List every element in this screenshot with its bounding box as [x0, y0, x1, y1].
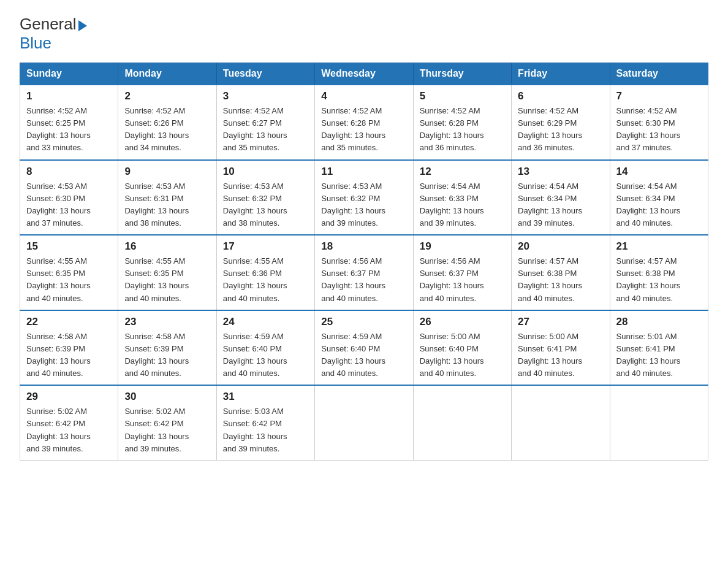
day-info: Sunrise: 4:53 AMSunset: 6:31 PMDaylight:…: [124, 180, 210, 230]
day-number: 25: [321, 316, 406, 328]
day-info: Sunrise: 4:56 AMSunset: 6:37 PMDaylight:…: [420, 255, 505, 305]
day-info: Sunrise: 4:54 AMSunset: 6:34 PMDaylight:…: [518, 180, 603, 230]
day-info: Sunrise: 4:55 AMSunset: 6:35 PMDaylight:…: [26, 255, 112, 305]
day-number: 8: [26, 166, 112, 178]
day-number: 5: [420, 90, 505, 102]
day-info: Sunrise: 5:02 AMSunset: 6:42 PMDaylight:…: [26, 405, 112, 455]
day-info: Sunrise: 4:52 AMSunset: 6:28 PMDaylight:…: [420, 105, 505, 155]
calendar-table: SundayMondayTuesdayWednesdayThursdayFrid…: [20, 63, 708, 461]
calendar-cell: [413, 385, 511, 460]
calendar-cell: 26 Sunrise: 5:00 AMSunset: 6:40 PMDaylig…: [413, 310, 511, 386]
calendar-week-row: 15 Sunrise: 4:55 AMSunset: 6:35 PMDaylig…: [20, 235, 708, 310]
logo-arrow-icon: [78, 20, 87, 31]
day-info: Sunrise: 4:52 AMSunset: 6:25 PMDaylight:…: [26, 105, 112, 155]
calendar-header-row: SundayMondayTuesdayWednesdayThursdayFrid…: [20, 63, 708, 85]
logo: General Blue: [20, 15, 87, 53]
day-number: 2: [124, 90, 210, 102]
day-info: Sunrise: 4:59 AMSunset: 6:40 PMDaylight:…: [223, 331, 308, 380]
calendar-cell: 8 Sunrise: 4:53 AMSunset: 6:30 PMDayligh…: [20, 160, 118, 236]
calendar-cell: [610, 385, 708, 460]
calendar-cell: 20 Sunrise: 4:57 AMSunset: 6:38 PMDaylig…: [512, 235, 610, 310]
header-cell-friday: Friday: [512, 63, 610, 85]
calendar-cell: 11 Sunrise: 4:53 AMSunset: 6:32 PMDaylig…: [315, 160, 413, 236]
day-info: Sunrise: 4:58 AMSunset: 6:39 PMDaylight:…: [26, 331, 112, 380]
calendar-cell: 10 Sunrise: 4:53 AMSunset: 6:32 PMDaylig…: [216, 160, 314, 236]
day-info: Sunrise: 4:57 AMSunset: 6:38 PMDaylight:…: [616, 255, 702, 305]
day-info: Sunrise: 4:52 AMSunset: 6:26 PMDaylight:…: [124, 105, 210, 155]
calendar-cell: 27 Sunrise: 5:00 AMSunset: 6:41 PMDaylig…: [512, 310, 610, 386]
logo-blue-text: Blue: [20, 34, 51, 53]
day-number: 18: [321, 240, 406, 253]
calendar-cell: 2 Sunrise: 4:52 AMSunset: 6:26 PMDayligh…: [118, 85, 216, 160]
calendar-cell: [315, 385, 413, 460]
header-cell-thursday: Thursday: [413, 63, 511, 85]
calendar-cell: 19 Sunrise: 4:56 AMSunset: 6:37 PMDaylig…: [413, 235, 511, 310]
calendar-cell: 12 Sunrise: 4:54 AMSunset: 6:33 PMDaylig…: [413, 160, 511, 236]
calendar-cell: 25 Sunrise: 4:59 AMSunset: 6:40 PMDaylig…: [315, 310, 413, 386]
day-number: 31: [223, 391, 308, 403]
day-number: 19: [420, 240, 505, 253]
calendar-cell: 15 Sunrise: 4:55 AMSunset: 6:35 PMDaylig…: [20, 235, 118, 310]
day-number: 6: [518, 90, 603, 102]
calendar-cell: 28 Sunrise: 5:01 AMSunset: 6:41 PMDaylig…: [610, 310, 708, 386]
page-header: General Blue: [20, 15, 708, 53]
day-info: Sunrise: 4:53 AMSunset: 6:30 PMDaylight:…: [26, 180, 112, 230]
header-cell-tuesday: Tuesday: [216, 63, 314, 85]
day-info: Sunrise: 4:54 AMSunset: 6:34 PMDaylight:…: [616, 180, 702, 230]
day-info: Sunrise: 4:55 AMSunset: 6:36 PMDaylight:…: [223, 255, 308, 305]
calendar-cell: 4 Sunrise: 4:52 AMSunset: 6:28 PMDayligh…: [315, 85, 413, 160]
calendar-cell: [512, 385, 610, 460]
day-number: 12: [420, 166, 505, 178]
day-info: Sunrise: 5:00 AMSunset: 6:40 PMDaylight:…: [420, 331, 505, 380]
day-number: 28: [616, 316, 702, 328]
calendar-cell: 30 Sunrise: 5:02 AMSunset: 6:42 PMDaylig…: [118, 385, 216, 460]
calendar-cell: 21 Sunrise: 4:57 AMSunset: 6:38 PMDaylig…: [610, 235, 708, 310]
day-info: Sunrise: 4:52 AMSunset: 6:29 PMDaylight:…: [518, 105, 603, 155]
day-info: Sunrise: 4:52 AMSunset: 6:27 PMDaylight:…: [223, 105, 308, 155]
header-cell-sunday: Sunday: [20, 63, 118, 85]
day-number: 10: [223, 166, 308, 178]
day-info: Sunrise: 4:57 AMSunset: 6:38 PMDaylight:…: [518, 255, 603, 305]
day-info: Sunrise: 5:03 AMSunset: 6:42 PMDaylight:…: [223, 405, 308, 455]
calendar-cell: 29 Sunrise: 5:02 AMSunset: 6:42 PMDaylig…: [20, 385, 118, 460]
day-number: 26: [420, 316, 505, 328]
calendar-cell: 18 Sunrise: 4:56 AMSunset: 6:37 PMDaylig…: [315, 235, 413, 310]
day-number: 15: [26, 240, 112, 253]
logo-general-text: General: [20, 15, 77, 34]
day-number: 23: [124, 316, 210, 328]
calendar-cell: 24 Sunrise: 4:59 AMSunset: 6:40 PMDaylig…: [216, 310, 314, 386]
day-number: 1: [26, 90, 112, 102]
calendar-cell: 13 Sunrise: 4:54 AMSunset: 6:34 PMDaylig…: [512, 160, 610, 236]
calendar-cell: 5 Sunrise: 4:52 AMSunset: 6:28 PMDayligh…: [413, 85, 511, 160]
day-number: 11: [321, 166, 406, 178]
day-info: Sunrise: 5:00 AMSunset: 6:41 PMDaylight:…: [518, 331, 603, 380]
day-number: 13: [518, 166, 603, 178]
calendar-cell: 6 Sunrise: 4:52 AMSunset: 6:29 PMDayligh…: [512, 85, 610, 160]
day-info: Sunrise: 4:58 AMSunset: 6:39 PMDaylight:…: [124, 331, 210, 380]
day-number: 17: [223, 240, 308, 253]
day-info: Sunrise: 4:52 AMSunset: 6:30 PMDaylight:…: [616, 105, 702, 155]
day-number: 24: [223, 316, 308, 328]
calendar-cell: 22 Sunrise: 4:58 AMSunset: 6:39 PMDaylig…: [20, 310, 118, 386]
day-number: 9: [124, 166, 210, 178]
calendar-cell: 9 Sunrise: 4:53 AMSunset: 6:31 PMDayligh…: [118, 160, 216, 236]
calendar-cell: 7 Sunrise: 4:52 AMSunset: 6:30 PMDayligh…: [610, 85, 708, 160]
day-number: 27: [518, 316, 603, 328]
day-info: Sunrise: 4:54 AMSunset: 6:33 PMDaylight:…: [420, 180, 505, 230]
calendar-cell: 1 Sunrise: 4:52 AMSunset: 6:25 PMDayligh…: [20, 85, 118, 160]
day-info: Sunrise: 4:56 AMSunset: 6:37 PMDaylight:…: [321, 255, 406, 305]
day-info: Sunrise: 4:59 AMSunset: 6:40 PMDaylight:…: [321, 331, 406, 380]
day-number: 7: [616, 90, 702, 102]
calendar-week-row: 29 Sunrise: 5:02 AMSunset: 6:42 PMDaylig…: [20, 385, 708, 460]
day-number: 4: [321, 90, 406, 102]
day-info: Sunrise: 5:01 AMSunset: 6:41 PMDaylight:…: [616, 331, 702, 380]
day-info: Sunrise: 4:55 AMSunset: 6:35 PMDaylight:…: [124, 255, 210, 305]
calendar-cell: 14 Sunrise: 4:54 AMSunset: 6:34 PMDaylig…: [610, 160, 708, 236]
day-number: 21: [616, 240, 702, 253]
header-cell-wednesday: Wednesday: [315, 63, 413, 85]
day-number: 22: [26, 316, 112, 328]
day-info: Sunrise: 4:53 AMSunset: 6:32 PMDaylight:…: [223, 180, 308, 230]
day-info: Sunrise: 5:02 AMSunset: 6:42 PMDaylight:…: [124, 405, 210, 455]
day-number: 20: [518, 240, 603, 253]
calendar-cell: 16 Sunrise: 4:55 AMSunset: 6:35 PMDaylig…: [118, 235, 216, 310]
